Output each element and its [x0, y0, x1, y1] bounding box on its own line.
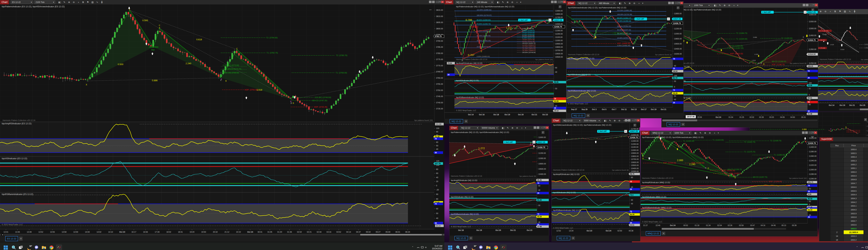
svg-text:Oct 18: Oct 18 [458, 229, 464, 231]
svg-text:hpcPatternsIndicator (NQ 12-22: hpcPatternsIndicator (NQ 12-22), hpcHSIA… [451, 131, 509, 133]
svg-text:1.618: 1.618 [830, 44, 834, 45]
svg-text:70: 70 [435, 203, 437, 205]
svg-text:30: 30 [808, 110, 810, 112]
svg-text:0: 0 [674, 86, 675, 88]
svg-text:0: 0 [436, 185, 437, 187]
svg-text:1 Sell LMT: 1 Sell LMT [636, 18, 644, 20]
svg-text:1654.0: 1654.0 [850, 209, 857, 211]
svg-text:1653.2: 1653.2 [850, 239, 857, 241]
svg-text:02:28: 02:28 [759, 116, 764, 118]
svg-text:30: 30 [537, 192, 539, 194]
svg-text:1654.1: 1654.1 [850, 205, 857, 207]
svg-text:hpcHSIIndicator (NQ 12-22): hpcHSIIndicator (NQ 12-22) [456, 80, 478, 82]
svg-text:B: B [641, 152, 643, 155]
svg-text:30: 30 [808, 216, 810, 218]
svg-text:D: D [593, 37, 595, 39]
svg-text:10300.00: 10300.00 [631, 170, 639, 173]
svg-text:D: D [642, 157, 644, 160]
svg-text:11200.00: 11200.00 [538, 152, 546, 154]
svg-text:2.000: 2.000 [677, 159, 683, 162]
svg-text:3785.00: 3785.00 [436, 46, 443, 48]
svg-text:40: 40 [555, 71, 557, 73]
svg-text:Bat: Bat [151, 49, 155, 51]
svg-text:3750.00: 3750.00 [436, 89, 443, 91]
svg-text:hpc patterns found: [31]: hpc patterns found: [31] [861, 59, 868, 60]
svg-text:30: 30 [447, 74, 450, 76]
svg-text:hpcPatternsIndicator (MNQ 12-2: hpcPatternsIndicator (MNQ 12-22), hpcHSI… [642, 136, 704, 138]
svg-text:10200.00: 10200.00 [674, 53, 682, 55]
svg-text:11100.00: 11100.00 [631, 146, 638, 148]
svg-text:10600.00: 10600.00 [631, 161, 639, 163]
svg-text:0: 0 [809, 204, 810, 206]
svg-text:1 Sell LMT: 1 Sell LMT [598, 130, 607, 132]
svg-text:0.786: 0.786 [466, 19, 472, 21]
svg-text:✳: ✳ [658, 134, 660, 136]
svg-text:100.00% (11722.39): 100.00% (11722.39) [617, 13, 632, 15]
svg-text:70: 70 [808, 70, 810, 72]
svg-text:A: A [159, 27, 160, 29]
svg-text:0.00% (10483.01): 0.00% (10483.01) [477, 55, 490, 57]
svg-text:© 2022 NinjaTrader, LLC: © 2022 NinjaTrader, LLC [568, 103, 588, 105]
svg-text:C: C [689, 36, 690, 38]
svg-text:40: 40 [674, 99, 676, 100]
svg-text:1.618: 1.618 [256, 89, 262, 91]
svg-text:1655.4: 1655.4 [850, 156, 857, 158]
svg-text:Oct 21: Oct 21 [661, 108, 666, 111]
svg-text:Crab: Crab [823, 33, 827, 35]
svg-text:C: C [803, 36, 804, 38]
svg-text:hpcRSIBammIndicator (NQ 12-22): hpcRSIBammIndicator (NQ 12-22) [451, 213, 478, 215]
svg-text:40: 40 [631, 186, 633, 188]
svg-text:24.51: 24.51 [630, 224, 634, 226]
svg-text:F: F [812, 9, 813, 11]
svg-text:85.36: 85.36 [537, 179, 541, 181]
svg-text:11350.00: 11350.00 [809, 48, 816, 50]
svg-text:70: 70 [554, 98, 556, 100]
svg-text:Oct 20: Oct 20 [495, 229, 501, 231]
svg-text:Oct 21: Oct 21 [532, 114, 537, 116]
svg-text:Oct 7: Oct 7 [612, 108, 616, 111]
svg-text:✕: ✕ [625, 130, 626, 132]
svg-text:70: 70 [808, 101, 810, 103]
svg-text:Price: Price [851, 145, 856, 147]
svg-text:23.60% (11249.57): 23.60% (11249.57) [522, 30, 535, 31]
svg-text:© 2022 NinjaTrader, LLC: © 2022 NinjaTrader, LLC [456, 110, 476, 112]
svg-text:0.500: 0.500 [118, 63, 123, 66]
svg-text:01:05: 01:05 [268, 231, 272, 233]
svg-text:40: 40 [809, 214, 811, 216]
svg-text:Oct 18: Oct 18 [493, 114, 499, 116]
svg-text:84.49: 84.49 [537, 199, 541, 201]
svg-text:11900.00: 11900.00 [555, 10, 563, 12]
svg-text:60: 60 [436, 208, 438, 210]
svg-text:40: 40 [436, 148, 438, 150]
svg-text:30: 30 [808, 77, 810, 79]
svg-text:HOP: (11332.50): HOP: (11332.50) [730, 53, 743, 55]
svg-text:11500.00: 11500.00 [555, 23, 563, 25]
svg-text:F: F [865, 119, 866, 121]
svg-text:40: 40 [436, 177, 438, 179]
svg-text:3765.00: 3765.00 [436, 71, 443, 73]
svg-text:Oct 23: Oct 23 [119, 231, 125, 233]
svg-text:F: F [542, 132, 544, 133]
svg-text:24.23: 24.23 [436, 225, 441, 227]
svg-text:70: 70 [808, 185, 810, 187]
svg-text:11250.00: 11250.00 [809, 62, 816, 64]
svg-text:13:41: 13:41 [3, 231, 8, 233]
svg-text:62.69: 62.69 [554, 100, 558, 102]
svg-text:0.707: 0.707 [468, 54, 474, 56]
svg-text:13:58: 13:58 [62, 231, 66, 233]
svg-text:Oct 23: Oct 23 [542, 114, 548, 116]
svg-text:04:45: 04:45 [771, 224, 776, 226]
svg-text:3780.00: 3780.00 [436, 52, 443, 54]
svg-text:50: 50 [674, 81, 676, 82]
svg-text:✳: ✳ [220, 78, 222, 81]
svg-text:B: B [225, 80, 226, 82]
svg-text:11700.00: 11700.00 [555, 16, 563, 19]
svg-text:80: 80 [631, 177, 633, 179]
svg-text:30: 30 [435, 152, 437, 154]
svg-text:01:34: 01:34 [706, 224, 711, 226]
svg-text:13:52: 13:52 [38, 231, 43, 233]
svg-text:1655.5: 1655.5 [850, 152, 857, 154]
svg-text:01:04: 01:04 [728, 116, 733, 118]
svg-text:127.20% (10917.56): 127.20% (10917.56) [522, 46, 535, 48]
svg-text:74.4: 74.4 [630, 194, 633, 196]
